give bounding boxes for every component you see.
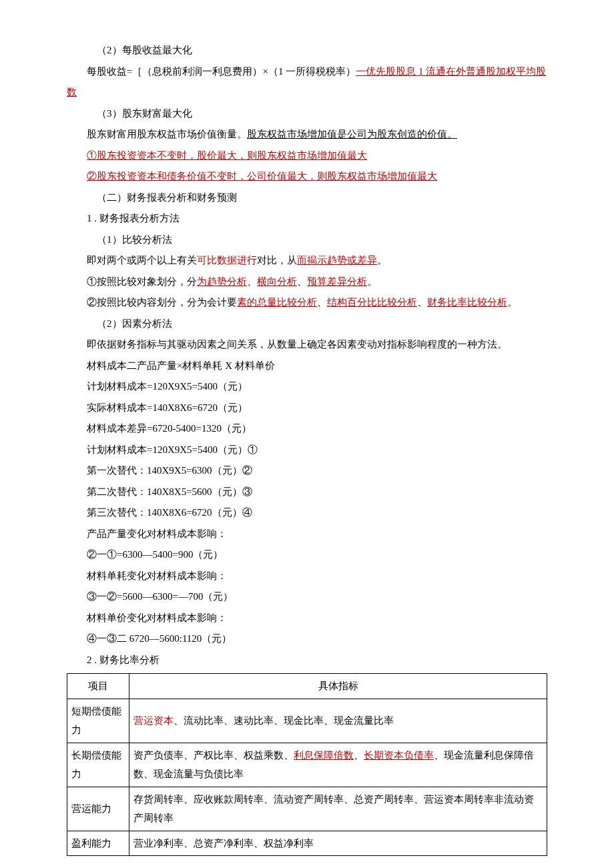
highlight-text: 财务比率比较分析 xyxy=(427,297,507,308)
calc-line: 材料成本差异=6720-5400=1320（元） xyxy=(67,418,547,440)
table-row: 营运能力 存货周转率、应收账款周转率、流动资产周转率、总资产周转率、营运资本周转… xyxy=(67,787,547,831)
table-cell: 营业净利率、总资产净利率、权益净利率 xyxy=(129,831,547,856)
calc-line: 材料单价变化对材料成本影响： xyxy=(67,608,547,629)
calc-line: 材料成本二产品产量×材料单耗 X 材料单价 xyxy=(67,356,547,377)
table-row: 短期偿债能力 营运资本、流动比率、速动比率、现金比率、现金流量比率 xyxy=(67,699,547,743)
calc-line: 第一次替代：140X9X5=6300（元）② xyxy=(67,460,547,482)
calc-line: ③一②=5600—6300=—700（元） xyxy=(67,586,547,608)
text: 、 xyxy=(354,750,364,761)
text: 、 xyxy=(297,276,307,287)
line-rule-2: ②股东投资资本和债务价值不变时，公司价值最大，则股东权益市场增加值最大 xyxy=(67,166,547,187)
method-2-desc: 即依据财务指标与其驱动因素之间关系，从数量上确定各因素变动对指标影响程度的一种方… xyxy=(67,334,547,356)
text: ①按照比较对象划分，分 xyxy=(87,276,197,287)
highlight-text: 利息保障倍数 xyxy=(294,750,354,761)
text: 资产负债率、产权比率、权益乘数、 xyxy=(133,750,294,761)
highlight-text: ①股东投资资本不变时，股价最大，则股东权益市场增加值最大 xyxy=(87,150,367,161)
line-eps-title: （2）每股收益最大化 xyxy=(67,40,547,61)
calc-line: ④一③二 6720—5600:1120（元） xyxy=(67,628,547,650)
table-row: 长期偿债能力 资产负债率、产权比率、权益乘数、利息保障倍数、长期资本负债率、现金… xyxy=(67,743,547,787)
calc-line: 产品产量变化对材料成本影响： xyxy=(67,524,547,545)
method-2-title: （2）因素分析法 xyxy=(67,314,547,335)
text: 每股收益=［（息税前利润一利息费用）×（1 一所得税税率） xyxy=(87,66,356,77)
text: 股东财富用股东权益市场价值衡量。 xyxy=(87,129,247,139)
table-cell: 资产负债率、产权比率、权益乘数、利息保障倍数、长期资本负债率、现金流量利息保障倍… xyxy=(129,743,547,787)
highlight-text: 而揭示趋势或差异 xyxy=(297,255,377,266)
compare-obj-line: ①按照比较对象划分，分为趋势分析、横向分析、预算差异分析。 xyxy=(67,272,547,293)
line-shareholder-title: （3）股东财富最大化 xyxy=(67,103,547,125)
calc-line: 第二次替代：140X8X5=5600（元）③ xyxy=(67,482,547,503)
ratio-table: 项目 具体指标 短期偿债能力 营运资本、流动比率、速动比率、现金比率、现金流量比… xyxy=(67,673,547,856)
method-1-title: （1）比较分析法 xyxy=(67,230,547,251)
table-cell: 营运能力 xyxy=(67,787,129,831)
highlight-text: 长期资本负债率 xyxy=(364,750,434,761)
subsection-heading: 1 . 财务报表分析方法 xyxy=(67,208,547,230)
table-cell: 短期偿债能力 xyxy=(67,699,129,743)
table-row: 盈利能力 营业净利率、总资产净利率、权益净利率 xyxy=(67,831,547,856)
line-shareholder-desc: 股东财富用股东权益市场价值衡量。股东权益市场增加值是公司为股东创造的价值。 xyxy=(67,124,547,145)
calc-line: 计划材料成本=120X9X5=5400（元） xyxy=(67,376,547,398)
highlight-text: 结构百分比比较分析 xyxy=(327,297,417,308)
text: ②按照比较内容划分，分为会计要 xyxy=(87,297,237,308)
table-cell: 营运资本、流动比率、速动比率、现金比率、现金流量比率 xyxy=(129,699,547,743)
line-eps-formula: 每股收益=［（息税前利润一利息费用）×（1 一所得税税率）一优先股股息 1 流通… xyxy=(67,61,547,103)
text: 、流动比率、速动比率、现金比率、现金流量比率 xyxy=(174,715,394,726)
text: 。 xyxy=(367,276,377,287)
text: 。 xyxy=(377,255,387,266)
table-cell: 长期偿债能力 xyxy=(67,743,129,787)
table-header: 项目 xyxy=(67,674,129,699)
highlight-text: 素的总量比较分析 xyxy=(237,297,317,308)
method-1-desc: 即对两个或两个以上有关可比数据进行对比，从而揭示趋势或差异。 xyxy=(67,250,547,272)
compare-content-line: ②按照比较内容划分，分为会计要素的总量比较分析、结构百分比比较分析、财务比率比较… xyxy=(67,292,547,314)
text: 、 xyxy=(317,297,327,308)
calc-line: 第三次替代：140X8X6=6720（元）④ xyxy=(67,502,547,524)
text: 。 xyxy=(507,297,517,308)
red-text: 可比数据进行 xyxy=(197,255,257,266)
table-cell: 存货周转率、应收账款周转率、流动资产周转率、总资产周转率、营运资本周转率非流动资… xyxy=(129,787,547,831)
text: 对比，从 xyxy=(257,255,297,266)
highlight-text: 横向分析 xyxy=(257,276,297,287)
underline-text: 股东权益市场增加值是公司为股东创造的价值。 xyxy=(247,129,457,139)
line-rule-1: ①股东投资资本不变时，股价最大，则股东权益市场增加值最大 xyxy=(67,145,547,167)
calc-line: 实际材料成本=140X8X6=6720（元） xyxy=(67,398,547,419)
calc-line: ②一①=6300—5400=900（元） xyxy=(67,544,547,566)
table-cell: 盈利能力 xyxy=(67,831,129,856)
text: 、 xyxy=(247,276,257,287)
calc-line: 材料单耗变化对材料成本影响： xyxy=(67,566,547,587)
section-heading: （二）财务报表分析和财务预测 xyxy=(67,187,547,209)
calc-line: 计划材料成本=120X9X5=5400（元）① xyxy=(67,440,547,461)
text: 即对两个或两个以上有关 xyxy=(87,255,197,266)
highlight-text: ②股东投资资本和债务价值不变时，公司价值最大，则股东权益市场增加值最大 xyxy=(87,171,437,181)
table-header: 具体指标 xyxy=(129,674,547,699)
text: 、 xyxy=(417,297,427,308)
highlight-text: 为趋势分析 xyxy=(197,276,247,287)
highlight-text: 预算差异分析 xyxy=(307,276,367,287)
red-text: 营运资本 xyxy=(133,715,174,726)
table-header-row: 项目 具体指标 xyxy=(67,674,547,699)
subsection-heading: 2 . 财务比率分析 xyxy=(67,650,547,671)
